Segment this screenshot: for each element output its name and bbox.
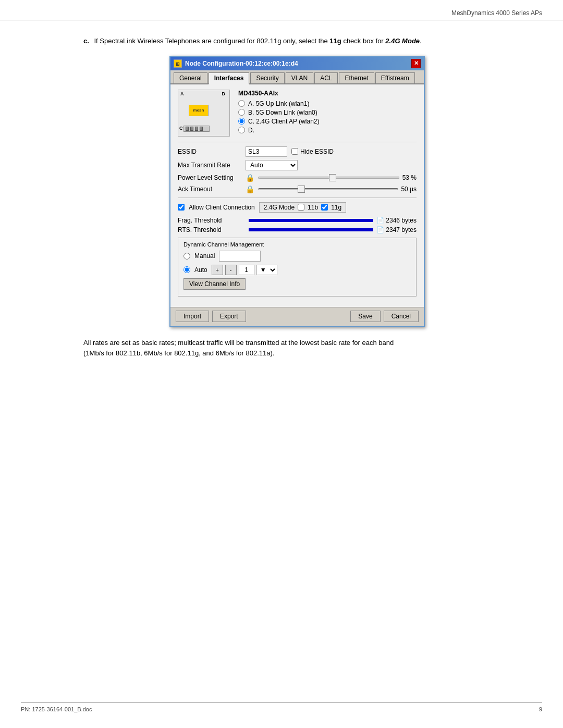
transmit-rate-row: Max Transmit Rate Auto 1 Mbps 2 Mbps 5.5… bbox=[178, 160, 417, 170]
header-title: MeshDynamics 4000 Series APs bbox=[451, 9, 542, 17]
dcm-view-channel-row: View Channel Info bbox=[183, 278, 411, 290]
dialog-tabs: General Interfaces Security VLAN ACL Eth… bbox=[170, 70, 424, 84]
device-info: MD4350-AAIx A. 5G Up Link (wlan1) B. 5G … bbox=[238, 90, 417, 135]
power-level-label: Power Level Setting bbox=[178, 174, 246, 181]
dcm-select[interactable]: ▼ bbox=[256, 265, 277, 275]
radio-option-c: C. 2.4G Client AP (wlan2) bbox=[238, 118, 417, 125]
page-header: MeshDynamics 4000 Series APs bbox=[0, 0, 563, 20]
page-content: c. If SpectraLink Wireless Telephones ar… bbox=[0, 20, 563, 380]
power-icon: 🔒 bbox=[246, 174, 254, 182]
port-d-label: D bbox=[222, 91, 226, 96]
footer-left: Import Export bbox=[176, 311, 246, 322]
radio-d[interactable] bbox=[238, 127, 245, 133]
page-footer: PN: 1725-36164-001_B.doc 9 bbox=[21, 702, 542, 712]
rts-doc-icon: 📄 bbox=[376, 226, 384, 233]
mode-11b-checkbox[interactable] bbox=[298, 204, 304, 211]
divider-1 bbox=[178, 142, 417, 142]
pin2 bbox=[190, 127, 193, 131]
allow-client-checkbox[interactable] bbox=[178, 204, 185, 211]
device-area: A D mesh C B MD4350-AAIx bbox=[178, 90, 417, 137]
frag-doc-icon: 📄 bbox=[376, 217, 384, 224]
dialog-titlebar: ⊞ Node Configuration-00:12:ce:00:1e:d4 ✕ bbox=[170, 57, 424, 70]
power-level-value: 53 % bbox=[402, 174, 417, 181]
rts-threshold-value: 📄 2347 bytes bbox=[376, 226, 417, 233]
hide-essid-checkbox[interactable] bbox=[291, 148, 298, 155]
dcm-manual-radio[interactable] bbox=[183, 253, 190, 260]
threshold-section: Frag. Threshold 📄 2346 bytes RTS. Thresh… bbox=[178, 217, 417, 233]
radio-a-label: A. 5G Up Link (wlan1) bbox=[248, 100, 309, 107]
ack-icon: 🔒 bbox=[246, 185, 254, 193]
dcm-value-input[interactable] bbox=[239, 265, 254, 275]
tab-security[interactable]: Security bbox=[250, 72, 284, 83]
pin3 bbox=[195, 127, 198, 131]
tab-general[interactable]: General bbox=[174, 72, 207, 83]
ack-timeout-value: 50 μs bbox=[401, 186, 417, 193]
dialog-title: Node Configuration-00:12:ce:00:1e:d4 bbox=[185, 60, 298, 67]
tab-acl[interactable]: ACL bbox=[314, 72, 338, 83]
import-button[interactable]: Import bbox=[176, 311, 209, 322]
frag-threshold-label: Frag. Threshold bbox=[178, 217, 246, 224]
dcm-manual-input[interactable] bbox=[219, 251, 261, 262]
intro-bold2: 2.4G Mode bbox=[385, 37, 420, 45]
dcm-auto-label: Auto bbox=[194, 266, 207, 274]
intro-text: c. If SpectraLink Wireless Telephones ar… bbox=[83, 36, 511, 46]
tab-interfaces[interactable]: Interfaces bbox=[209, 72, 250, 84]
hide-essid-label: Hide ESSID bbox=[300, 148, 334, 155]
dialog-window: ⊞ Node Configuration-00:12:ce:00:1e:d4 ✕… bbox=[169, 56, 425, 327]
dcm-minus-btn[interactable]: - bbox=[225, 265, 237, 275]
frag-threshold-row: Frag. Threshold 📄 2346 bytes bbox=[178, 217, 417, 224]
intro-bold1: 11g bbox=[329, 37, 341, 45]
radio-b[interactable] bbox=[238, 109, 245, 116]
radio-a[interactable] bbox=[238, 100, 245, 107]
tab-effistream[interactable]: Effistream bbox=[375, 72, 415, 83]
mode-11g-checkbox[interactable] bbox=[321, 204, 328, 211]
hide-essid-area: Hide ESSID bbox=[291, 148, 334, 155]
footer-right: Save Cancel bbox=[350, 311, 419, 322]
save-button[interactable]: Save bbox=[350, 311, 380, 322]
intro-text-3: . bbox=[420, 37, 422, 45]
essid-input[interactable] bbox=[246, 146, 287, 157]
dialog-footer: Import Export Save Cancel bbox=[170, 307, 424, 326]
essid-row: ESSID Hide ESSID bbox=[178, 146, 417, 157]
rts-threshold-bar[interactable] bbox=[249, 228, 373, 231]
device-diagram: A D mesh C B bbox=[178, 90, 230, 137]
power-slider-thumb[interactable] bbox=[329, 174, 336, 181]
mode-11b-label: 11b bbox=[308, 204, 318, 211]
transmit-rate-control: Auto 1 Mbps 2 Mbps 5.5 Mbps 11 Mbps 54 M… bbox=[246, 160, 417, 170]
dcm-auto-radio[interactable] bbox=[183, 266, 190, 273]
device-model: MD4350-AAIx bbox=[238, 90, 417, 97]
tab-ethernet[interactable]: Ethernet bbox=[339, 72, 374, 83]
export-button[interactable]: Export bbox=[212, 311, 246, 322]
close-button[interactable]: ✕ bbox=[411, 59, 421, 68]
pin1 bbox=[186, 127, 189, 131]
mode-11g-label: 11g bbox=[331, 204, 341, 211]
radio-c[interactable] bbox=[238, 118, 245, 125]
footer-right: 9 bbox=[539, 706, 542, 712]
port-c-label: C bbox=[179, 126, 183, 131]
cancel-button[interactable]: Cancel bbox=[384, 311, 419, 322]
footer-left: PN: 1725-36164-001_B.doc bbox=[21, 706, 92, 712]
body-text: All rates are set as basic rates; multic… bbox=[83, 338, 407, 360]
dcm-manual-label: Manual bbox=[194, 252, 215, 260]
radio-d-label: D. bbox=[248, 127, 254, 134]
view-channel-button[interactable]: View Channel Info bbox=[183, 278, 246, 290]
dcm-auto-controls: + - ▼ bbox=[212, 265, 277, 275]
allow-client-label: Allow Client Connection bbox=[189, 204, 255, 211]
pin4 bbox=[200, 127, 203, 131]
mode-label: 2.4G Mode bbox=[264, 204, 295, 211]
frag-threshold-bar[interactable] bbox=[249, 219, 373, 222]
titlebar-left: ⊞ Node Configuration-00:12:ce:00:1e:d4 bbox=[174, 59, 298, 68]
intro-letter: c. bbox=[83, 37, 89, 45]
mode-options: 2.4G Mode 11b 11g bbox=[259, 202, 346, 213]
radio-c-label: C. 2.4G Client AP (wlan2) bbox=[248, 118, 320, 125]
transmit-rate-select[interactable]: Auto 1 Mbps 2 Mbps 5.5 Mbps 11 Mbps 54 M… bbox=[246, 160, 298, 170]
ack-slider-thumb[interactable] bbox=[298, 186, 305, 193]
window-icon: ⊞ bbox=[174, 59, 182, 68]
dcm-manual-row: Manual bbox=[183, 251, 411, 262]
dcm-plus-btn[interactable]: + bbox=[212, 265, 223, 275]
transmit-rate-label: Max Transmit Rate bbox=[178, 162, 246, 169]
essid-control: Hide ESSID bbox=[246, 146, 417, 157]
ack-timeout-row: Ack Timeout 🔒 50 μs bbox=[178, 185, 417, 193]
tab-vlan[interactable]: VLAN bbox=[286, 72, 313, 83]
ack-timeout-label: Ack Timeout bbox=[178, 186, 246, 193]
